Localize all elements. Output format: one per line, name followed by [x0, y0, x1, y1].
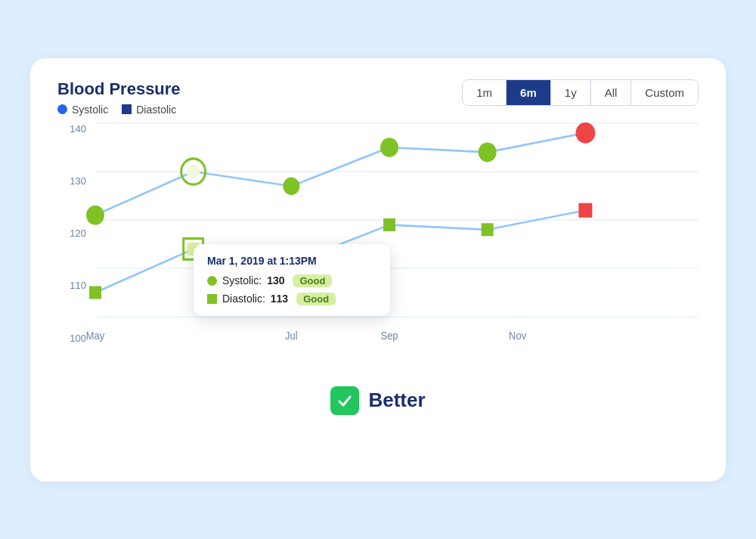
y-axis: 140 130 120 110 100 — [57, 123, 91, 365]
time-btn-1y[interactable]: 1y — [551, 80, 591, 105]
tooltip-systolic-icon — [207, 276, 217, 286]
diastolic-point-0 — [89, 286, 101, 299]
tooltip-diastolic-icon — [207, 294, 217, 304]
systolic-legend-icon — [57, 104, 67, 114]
time-btn-6m[interactable]: 6m — [507, 80, 551, 105]
systolic-point-5 — [575, 122, 595, 143]
blood-pressure-card: Blood Pressure Systolic Diastolic 1m 6m … — [30, 58, 726, 482]
tooltip-diastolic-row: Diastolic: 113 Good — [207, 293, 376, 305]
tooltip-systolic-badge: Good — [293, 274, 332, 287]
chart-svg: May Jul Sep Nov — [95, 123, 699, 365]
chart-inner: May Jul Sep Nov Mar 1, 2019 at 1:13PM Sy… — [95, 123, 699, 365]
tooltip: Mar 1, 2019 at 1:13PM Systolic: 130 Good… — [194, 244, 390, 316]
card-header: Blood Pressure Systolic Diastolic 1m 6m … — [57, 79, 699, 116]
legend-systolic: Systolic — [57, 104, 108, 116]
time-btn-all[interactable]: All — [591, 80, 632, 105]
systolic-point-1-inner — [187, 164, 200, 178]
diastolic-point-5 — [578, 203, 592, 217]
systolic-legend-label: Systolic — [72, 104, 108, 116]
systolic-point-3 — [380, 138, 398, 157]
tooltip-diastolic-badge: Good — [296, 293, 336, 305]
diastolic-point-4 — [482, 223, 494, 236]
x-label-jul: Jul — [285, 330, 298, 341]
tooltip-systolic-label: Systolic: — [222, 274, 262, 287]
diastolic-legend-icon — [122, 104, 132, 114]
y-label-140: 140 — [57, 123, 86, 135]
tooltip-systolic-value: 130 — [267, 274, 284, 287]
chart-area: 140 130 120 110 100 — [57, 123, 699, 365]
time-btn-1m[interactable]: 1m — [463, 80, 507, 105]
time-filter: 1m 6m 1y All Custom — [462, 79, 699, 106]
diastolic-legend-label: Diastolic — [136, 104, 176, 116]
y-label-120: 120 — [57, 228, 86, 239]
checkmark-icon — [336, 392, 353, 409]
x-label-nov: Nov — [509, 330, 526, 341]
tooltip-systolic-row: Systolic: 130 Good — [207, 274, 376, 287]
tooltip-diastolic-label: Diastolic: — [222, 293, 265, 305]
legend-diastolic: Diastolic — [122, 104, 176, 116]
better-label: Better — [368, 389, 425, 412]
diastolic-point-3 — [383, 218, 395, 231]
better-row: Better — [57, 386, 699, 415]
better-icon — [330, 386, 359, 415]
systolic-point-2 — [283, 177, 299, 194]
tooltip-diastolic-value: 113 — [271, 293, 288, 305]
card-title: Blood Pressure — [57, 79, 181, 99]
title-area: Blood Pressure Systolic Diastolic — [57, 79, 181, 116]
tooltip-date: Mar 1, 2019 at 1:13PM — [207, 255, 376, 267]
time-btn-custom[interactable]: Custom — [631, 80, 698, 105]
y-label-110: 110 — [57, 280, 86, 291]
y-label-100: 100 — [57, 333, 86, 344]
x-label-may: May — [86, 330, 105, 341]
systolic-point-0 — [86, 205, 104, 225]
systolic-point-4 — [479, 142, 497, 162]
x-label-sep: Sep — [381, 330, 398, 341]
y-label-130: 130 — [57, 175, 86, 187]
legend: Systolic Diastolic — [57, 104, 181, 116]
